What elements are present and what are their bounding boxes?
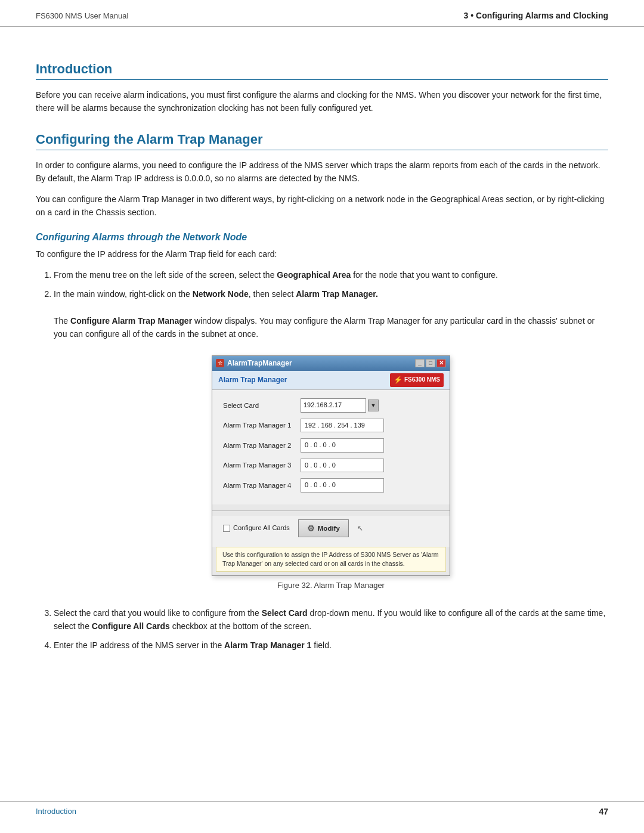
app-window-icon: ☆ <box>216 359 224 367</box>
step3-bold2: Configure All Cards <box>92 621 170 631</box>
manager4-label: Alarm Trap Manager 4 <box>223 480 301 491</box>
footer-page-number: 47 <box>599 807 608 816</box>
select-card-value: 192.168.2.17 <box>304 400 342 411</box>
footer-section-title: Introduction <box>36 807 76 816</box>
manager2-label: Alarm Trap Manager 2 <box>223 440 301 451</box>
manager1-row: Alarm Trap Manager 1 192 . 168 . 254 . 1… <box>223 419 439 433</box>
step2-bold1: Network Node <box>193 289 249 299</box>
restore-button[interactable]: □ <box>426 359 435 367</box>
step4-text-before: Enter the IP address of the NMS server i… <box>54 640 224 650</box>
atm-para1: In order to configure alarms, you need t… <box>36 159 608 185</box>
app-menubar: Alarm Trap Manager ⚡ FS6300 NMS <box>212 371 450 390</box>
app-divider <box>212 510 450 511</box>
select-card-arrow[interactable]: ▼ <box>368 400 379 411</box>
manager1-label: Alarm Trap Manager 1 <box>223 420 301 431</box>
manager2-row: Alarm Trap Manager 2 0 . 0 . 0 . 0 <box>223 438 439 453</box>
manager3-ip-field[interactable]: 0 . 0 . 0 . 0 <box>301 459 384 473</box>
introduction-heading: Introduction <box>36 61 608 80</box>
step-2: In the main window, right-click on the N… <box>54 287 608 600</box>
configure-all-checkbox[interactable] <box>223 525 230 532</box>
configure-all-label: Configure All Cards <box>223 523 290 534</box>
app-logo: ⚡ FS6300 NMS <box>390 373 444 387</box>
logo-icon: ⚡ <box>394 374 402 386</box>
select-card-field: 192.168.2.17 ▼ <box>301 398 379 413</box>
menubar-title: Alarm Trap Manager <box>218 374 287 386</box>
manager3-ip-value: 0 . 0 . 0 . 0 <box>305 460 336 471</box>
intro-para1: Before you can receive alarm indications… <box>36 88 608 115</box>
titlebar-controls: _ □ ✕ <box>415 359 446 367</box>
step1-text-before: From the menu tree on the left side of t… <box>54 270 277 280</box>
app-form-body: Select Card 192.168.2.17 ▼ Al <box>212 390 450 504</box>
step1-bold1: Geographical Area <box>277 270 351 280</box>
subheading-intro: To configure the IP address for the Alar… <box>36 247 608 261</box>
header-manual-title: FS6300 NMS User Manual <box>36 11 128 20</box>
step2-bold2: Alarm Trap Manager. <box>296 289 378 299</box>
header-chapter-prefix: 3 • <box>464 11 476 20</box>
step3-text-after: checkbox at the bottom of the screen. <box>170 621 311 631</box>
manager2-ip-value: 0 . 0 . 0 . 0 <box>305 440 336 451</box>
network-node-subheading: Configuring Alarms through the Network N… <box>36 232 608 243</box>
app-titlebar: ☆ AlarmTrapManager _ □ ✕ <box>212 356 450 371</box>
step2-para2: The Configure Alarm Trap Manager window … <box>54 316 595 339</box>
select-card-dropdown[interactable]: 192.168.2.17 <box>301 398 366 413</box>
select-card-row: Select Card 192.168.2.17 ▼ <box>223 398 439 413</box>
alarm-trap-manager-heading: Configuring the Alarm Trap Manager <box>36 132 608 150</box>
step2-text-before: In the main window, right-click on the <box>54 289 193 299</box>
menubar-logo-area: ⚡ FS6300 NMS <box>390 373 444 387</box>
manager2-ip-field[interactable]: 0 . 0 . 0 . 0 <box>301 438 384 453</box>
minimize-button[interactable]: _ <box>415 359 425 367</box>
step4-text-after: field. <box>311 640 331 650</box>
modify-icon: ⚙ <box>307 522 315 535</box>
manager3-row: Alarm Trap Manager 3 0 . 0 . 0 . 0 <box>223 459 439 473</box>
manager4-ip-value: 0 . 0 . 0 . 0 <box>305 480 336 491</box>
manager4-row: Alarm Trap Manager 4 0 . 0 . 0 . 0 <box>223 478 439 493</box>
header-chapter-main: Configuring Alarms and Clocking <box>476 11 608 20</box>
step2-para2-bold: Configure Alarm Trap Manager <box>70 316 192 326</box>
main-content: Introduction Before you can receive alar… <box>0 27 644 695</box>
page: FS6300 NMS User Manual 3 • Configuring A… <box>0 0 644 833</box>
manager1-ip-value: 192 . 168 . 254 . 139 <box>305 420 365 431</box>
logo-text: FS6300 NMS <box>404 375 440 385</box>
steps-list: From the menu tree on the left side of t… <box>54 268 608 652</box>
titlebar-title-area: ☆ AlarmTrapManager <box>216 358 292 369</box>
screenshot-wrapper: ☆ AlarmTrapManager _ □ ✕ Alarm Trap Ma <box>54 355 608 600</box>
configure-all-text: Configure All Cards <box>233 523 290 534</box>
cursor-after-modify: ↖ <box>357 523 363 534</box>
app-status-bar: Use this configuration to assign the IP … <box>216 547 446 571</box>
app-window: ☆ AlarmTrapManager _ □ ✕ Alarm Trap Ma <box>212 355 450 576</box>
app-titlebar-text: AlarmTrapManager <box>227 358 292 369</box>
step3-text-before: Select the card that you would like to c… <box>54 608 262 618</box>
step-1: From the menu tree on the left side of t… <box>54 268 608 281</box>
manager4-ip-field[interactable]: 0 . 0 . 0 . 0 <box>301 478 384 493</box>
step-3: Select the card that you would like to c… <box>54 606 608 633</box>
atm-para2: You can configure the Alarm Trap Manager… <box>36 193 608 219</box>
page-header: FS6300 NMS User Manual 3 • Configuring A… <box>0 0 644 27</box>
step-4: Enter the IP address of the NMS server i… <box>54 639 608 652</box>
step2-text-middle: , then select <box>249 289 296 299</box>
manager1-ip-field[interactable]: 192 . 168 . 254 . 139 <box>301 419 384 433</box>
app-footer: Configure All Cards ⚙ Modify ↖ <box>212 516 450 547</box>
modify-button[interactable]: ⚙ Modify <box>298 519 349 537</box>
modify-btn-label: Modify <box>318 523 340 534</box>
step1-text-after: for the node that you want to configure. <box>351 270 498 280</box>
close-button[interactable]: ✕ <box>436 359 446 367</box>
page-footer: Introduction 47 <box>0 801 644 816</box>
step3-bold1: Select Card <box>262 608 308 618</box>
manager3-label: Alarm Trap Manager 3 <box>223 460 301 470</box>
step4-bold1: Alarm Trap Manager 1 <box>224 640 311 650</box>
app-footer-row: Configure All Cards ⚙ Modify ↖ <box>223 519 439 537</box>
header-chapter-title: 3 • Configuring Alarms and Clocking <box>464 11 608 20</box>
select-card-label: Select Card <box>223 400 301 411</box>
figure-caption: Figure 32. Alarm Trap Manager <box>277 580 385 592</box>
